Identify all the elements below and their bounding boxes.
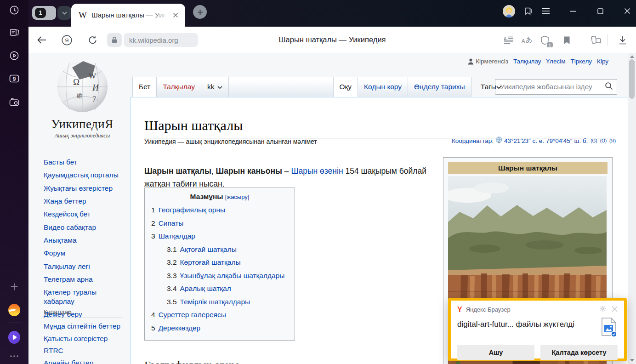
window-maximize-button[interactable] [595, 6, 605, 16]
search-input[interactable] [499, 82, 605, 91]
notification-close-icon[interactable] [612, 306, 618, 314]
profile-avatar[interactable] [503, 5, 515, 17]
sidebar-item-report-errors[interactable]: Қателер туралы хабарлау [44, 288, 129, 306]
active-tab[interactable]: W Шарын шатқалы — Уик [71, 4, 185, 27]
toc-item[interactable]: 2Сипаты [151, 217, 288, 230]
tab-read[interactable]: Оқу [334, 77, 358, 97]
reload-icon[interactable] [86, 34, 98, 46]
tab-page[interactable]: Бет [132, 77, 157, 97]
toc-item[interactable]: 3.2Көртоғай шатқалы [151, 256, 288, 269]
alice-assistant-icon[interactable] [8, 331, 20, 343]
wiki-search-box[interactable] [495, 79, 617, 95]
yandex-home-icon[interactable]: Я [61, 34, 73, 46]
reader-mode-icon[interactable]: A [503, 34, 515, 46]
lock-icon[interactable] [107, 33, 122, 47]
tab-title: Шарын шатқалы — Уик [91, 11, 170, 20]
coords-sup-ya[interactable]: (Я) [609, 138, 616, 143]
tools-item-related-changes[interactable]: Қатысты өзгерістер [44, 335, 129, 343]
yandex-app-icon[interactable] [8, 304, 20, 316]
window-minimize-button[interactable] [568, 6, 578, 16]
history-icon[interactable] [8, 4, 20, 16]
notification-settings-icon[interactable] [599, 305, 606, 314]
dock-divider [8, 323, 21, 323]
address-domain[interactable]: kk.wikipedia.org [124, 33, 198, 47]
personal-link-login[interactable]: Кіру [597, 58, 608, 65]
coordinates-label-link[interactable]: Координаттар: [452, 137, 494, 144]
tools-item-what-links-here[interactable]: Мұнда сілтейтін беттер [44, 322, 129, 330]
article-title: Шарын шатқалы [144, 118, 614, 138]
sidebar-item-recent-changes[interactable]: Жуықтағы өзгерістер [44, 184, 129, 193]
wikipedia-logo[interactable]: W Ω И 維 7 УикипедиЯ Ашық энциклопедиясы [39, 59, 126, 139]
tab-talk[interactable]: Талқылау [157, 77, 201, 97]
coordinates-value-link[interactable]: 43°21′23″ с. е. 79°04′45″ ш. б. [504, 137, 588, 144]
username-indicator: Кірмегенсіз [468, 58, 508, 65]
toc-item[interactable]: 3.4Аралық шатқал [151, 282, 288, 296]
search-icon[interactable] [605, 82, 613, 92]
wiki-sidebar-tools: Құралдар Мұнда сілтейтін беттер Қатысты … [44, 308, 129, 364]
personal-link-talk[interactable]: Талқылау [513, 58, 541, 65]
scrollbar-thumb[interactable] [629, 59, 635, 99]
back-icon[interactable] [36, 34, 48, 46]
scroll-down-arrow[interactable] [628, 357, 636, 364]
sidebar-item-discussion-feed[interactable]: Талқылау легі [44, 262, 129, 271]
svg-text:Ω: Ω [73, 77, 80, 87]
dock-add-icon[interactable] [8, 281, 20, 293]
svg-text:И: И [92, 83, 99, 92]
show-in-folder-button[interactable]: Қалтада көрсету [540, 345, 618, 360]
tab-group-chip[interactable]: 1 [32, 6, 56, 20]
menu-icon[interactable] [541, 6, 551, 16]
article-tabs: Бет Талқылау kk Оқу Кодын көру Өңделу та… [132, 77, 504, 97]
svg-text:A: A [504, 36, 507, 41]
tab-view-source[interactable]: Кодын көру [358, 77, 408, 97]
wikipedia-favicon: W [79, 10, 87, 20]
toc-item[interactable]: 1Географиялық орны [151, 204, 288, 217]
sidebar-item-forum[interactable]: Форум [44, 249, 129, 258]
sidebar-item-video-lessons[interactable]: Видео сабақтар [44, 223, 129, 232]
dock-more-icon[interactable] [8, 350, 20, 362]
open-file-button[interactable]: Ашу [457, 345, 534, 360]
new-tab-button[interactable] [193, 5, 207, 19]
notes-icon[interactable] [8, 27, 20, 39]
toc-item[interactable]: 3Шатқалдар [151, 230, 288, 243]
protect-shield-icon[interactable]: 1 [539, 34, 551, 46]
page-scrollbar[interactable] [628, 53, 636, 364]
downloads-icon[interactable] [617, 34, 629, 46]
toc-item[interactable]: 3.5Темірлік шатқалдары [151, 296, 288, 309]
bookmarks-panel-icon[interactable] [523, 6, 533, 16]
toc-hide-toggle[interactable]: [жасыру] [225, 193, 250, 200]
tab-counter-icon[interactable]: 9 [8, 73, 20, 85]
svg-text:W: W [89, 72, 97, 80]
toc-item[interactable]: 4Суреттер галереясы [151, 308, 288, 322]
coords-sup-o[interactable]: (O) [600, 138, 607, 143]
toc-item[interactable]: 3.1Ақтоғай шатқалы [151, 243, 288, 256]
window-close-button[interactable] [622, 6, 632, 16]
extensions-icon[interactable] [591, 34, 602, 46]
sidebar-item-community-portal[interactable]: Қауымдастық порталы [44, 171, 129, 180]
tools-item-rtrc[interactable]: RTRC [44, 347, 129, 355]
chevron-down-icon [217, 83, 222, 91]
globe-icon[interactable] [495, 136, 502, 145]
toc-item[interactable]: 5Дереккөздер [151, 322, 288, 335]
video-play-icon[interactable] [8, 50, 20, 62]
toolbar-page-title: Шарын шатқалы — Уикипедия [212, 27, 452, 53]
tab-close-icon[interactable] [170, 10, 181, 20]
screenshot-icon[interactable] [8, 96, 20, 108]
sidebar-item-main-page[interactable]: Басты бет [44, 158, 129, 167]
sidebar-item-random-page[interactable]: Кездейсоқ бет [44, 210, 129, 219]
sidebar-item-telegram[interactable]: Телеграм арна [44, 275, 129, 284]
tab-language-dropdown[interactable]: kk [201, 77, 229, 97]
coords-sup-g[interactable]: (G) [591, 138, 597, 143]
personal-link-register[interactable]: Тіркелу [571, 58, 592, 65]
bookmark-icon[interactable] [561, 34, 573, 46]
translate-icon[interactable]: Aあ [521, 34, 533, 46]
personal-link-contribs[interactable]: Үлесім [546, 58, 566, 65]
tools-item-special-pages[interactable]: Арнайы беттер [44, 359, 129, 364]
tab-history[interactable]: Өңделу тарихы [408, 77, 471, 97]
tab-more-dropdown[interactable]: Тағы [478, 77, 504, 97]
toc-item[interactable]: 3.3Ұзынбұлақ алқабы шатқалдары [151, 269, 288, 283]
charyn-river-link[interactable]: Шарын өзенін [291, 166, 343, 176]
sidebar-item-new-pages[interactable]: Жаңа беттер [44, 197, 129, 206]
sidebar-item-help[interactable]: Анықтама [44, 236, 129, 245]
downloaded-image-file-icon[interactable] [601, 317, 618, 339]
svg-text:あ: あ [526, 36, 532, 43]
